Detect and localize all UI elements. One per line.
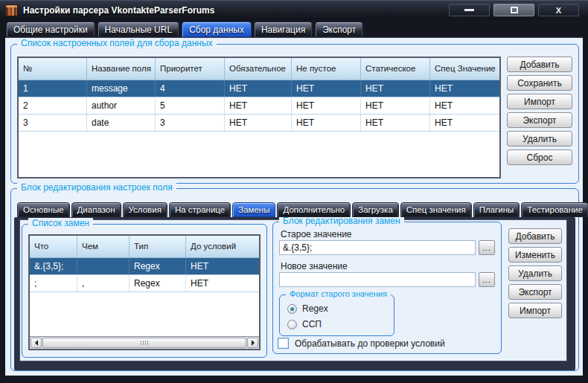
new-value-browse-button[interactable]: ...: [479, 272, 495, 287]
tab-general-settings[interactable]: Общие настройки: [6, 22, 95, 37]
scroll-thumb[interactable]: [42, 338, 246, 348]
import-button[interactable]: Импорт: [507, 94, 572, 109]
close-button[interactable]: X: [538, 4, 579, 16]
tab-start-urls[interactable]: Начальные URL: [98, 22, 180, 37]
old-value-label: Старое значение: [281, 229, 352, 239]
header-cell[interactable]: Название поля: [87, 58, 156, 80]
header-cell[interactable]: Статическое: [361, 58, 430, 80]
cell: ,: [77, 275, 130, 292]
replacement-edit-groupbox: Блок редактирования замен Старое значени…: [272, 222, 502, 354]
subtab-special-values[interactable]: Спец значения: [400, 202, 472, 217]
cell: НЕТ: [186, 275, 259, 292]
edit-replacement-button[interactable]: Изменить: [508, 247, 562, 263]
cell: НЕТ: [292, 97, 361, 114]
table-row[interactable]: 2 author 5 НЕТ НЕТ НЕТ НЕТ: [19, 97, 499, 115]
import-replacements-button[interactable]: Импорт: [508, 303, 562, 318]
new-value-label: Новое значение: [281, 261, 348, 271]
cell: НЕТ: [292, 80, 361, 97]
cell: НЕТ: [186, 258, 259, 274]
scroll-left-icon: [32, 340, 38, 346]
replacements-table-header: Что Чем Тип До условий: [30, 236, 259, 258]
cell: Regex: [130, 258, 186, 274]
horizontal-scrollbar: [30, 336, 259, 349]
cell: date: [87, 115, 156, 131]
replacement-buttons: Добавить Изменить Удалить Экспорт Импорт: [508, 228, 562, 321]
radio-ssp[interactable]: ССП: [287, 319, 322, 329]
delete-button[interactable]: Удалить: [507, 131, 572, 147]
header-cell[interactable]: Спец Значение: [430, 58, 499, 80]
scroll-right-button[interactable]: [247, 338, 258, 348]
subtab-plugins[interactable]: Плагины: [473, 202, 520, 217]
header-cell[interactable]: Что: [30, 236, 77, 257]
delete-replacement-button[interactable]: Удалить: [508, 265, 562, 281]
table-empty-area: [19, 132, 499, 177]
new-value-input[interactable]: [279, 272, 476, 287]
table-row[interactable]: 1 message 4 НЕТ НЕТ НЕТ НЕТ: [19, 80, 499, 97]
fields-table-header: № Название поля Приоритет Обязательное Н…: [19, 58, 499, 80]
minimize-button[interactable]: [449, 4, 490, 16]
cell: 4: [156, 80, 225, 97]
replacements-tabpage: Список замен Что Чем Тип До условий &.{3…: [14, 217, 575, 370]
fields-groupbox: Список настроенных полей для сбора данны…: [10, 44, 579, 184]
format-groupbox: Формат старого значения Regex ССП: [279, 295, 394, 336]
scroll-right-icon: [252, 340, 258, 346]
table-row[interactable]: 3 date 3 НЕТ НЕТ НЕТ НЕТ: [19, 115, 499, 132]
old-value-browse-button[interactable]: ...: [479, 240, 495, 255]
old-value-input[interactable]: [279, 240, 476, 255]
cell: НЕТ: [225, 97, 292, 114]
cell: [77, 258, 130, 274]
export-replacements-button[interactable]: Экспорт: [508, 284, 562, 300]
cell: НЕТ: [430, 97, 499, 114]
subtab-basic[interactable]: Основные: [17, 202, 70, 217]
header-cell[interactable]: Чем: [77, 236, 130, 257]
cell: 1: [19, 80, 87, 97]
header-cell[interactable]: До условий: [186, 236, 259, 257]
process-before-conditions-checkbox[interactable]: Обрабатывать до проверки условий: [278, 338, 445, 349]
replacements-table: Что Чем Тип До условий &.{3,5}; Regex НЕ…: [28, 234, 261, 350]
scroll-left-button[interactable]: [31, 338, 42, 348]
close-icon: X: [556, 6, 561, 15]
tab-export[interactable]: Экспорт: [315, 22, 363, 37]
reset-button[interactable]: Сброс: [507, 149, 572, 165]
fields-table: № Название поля Приоритет Обязательное Н…: [17, 57, 501, 178]
radio-regex-icon: [287, 304, 297, 314]
tab-data-collection[interactable]: Сбор данных: [182, 22, 252, 37]
cell: message: [87, 80, 156, 97]
subtab-loading[interactable]: Загрузка: [352, 202, 399, 217]
header-cell[interactable]: Приоритет: [156, 58, 225, 80]
header-cell[interactable]: Тип: [130, 236, 186, 257]
editor-groupbox: Блок редактирования настроек поля Основн…: [10, 188, 579, 371]
maximize-icon: [511, 7, 518, 13]
window-controls: X: [449, 4, 588, 16]
checkbox-icon: [278, 338, 289, 349]
table-row[interactable]: &.{3,5}; Regex НЕТ: [30, 258, 259, 275]
cell: author: [87, 97, 156, 114]
subtab-on-page[interactable]: На странице: [169, 202, 231, 217]
table-empty-area: [30, 292, 259, 336]
add-button[interactable]: Добавить: [507, 57, 572, 72]
cell: НЕТ: [430, 115, 499, 131]
cell: &.{3,5};: [30, 258, 77, 274]
export-button[interactable]: Экспорт: [507, 112, 572, 128]
header-cell[interactable]: Не пустое: [292, 58, 361, 80]
table-row[interactable]: ; , Regex НЕТ: [30, 275, 259, 292]
subtab-conditions[interactable]: Условия: [123, 202, 167, 217]
header-cell[interactable]: №: [19, 58, 87, 80]
window-title: Настройки парсера VkontakteParserForums: [23, 5, 214, 16]
radio-regex[interactable]: Regex: [287, 303, 328, 314]
cell: НЕТ: [430, 80, 499, 97]
add-replacement-button[interactable]: Добавить: [508, 228, 562, 244]
tab-navigation[interactable]: Навигация: [254, 22, 313, 37]
header-cell[interactable]: Обязательное: [225, 58, 292, 80]
subtab-additional[interactable]: Дополнительно: [277, 202, 351, 217]
maximize-button[interactable]: [493, 4, 534, 16]
cell: 5: [156, 97, 225, 114]
save-button[interactable]: Сохранить: [507, 75, 572, 91]
editor-group-title: Блок редактирования настроек поля: [17, 182, 176, 193]
subtab-replacements[interactable]: Замены: [232, 202, 275, 217]
subtab-range[interactable]: Диапазон: [71, 202, 121, 217]
cell: НЕТ: [225, 115, 292, 131]
data-collection-page: Список настроенных полей для сбора данны…: [5, 37, 583, 376]
subtab-testing[interactable]: Тестирование: [521, 202, 588, 217]
cell: НЕТ: [225, 80, 292, 97]
